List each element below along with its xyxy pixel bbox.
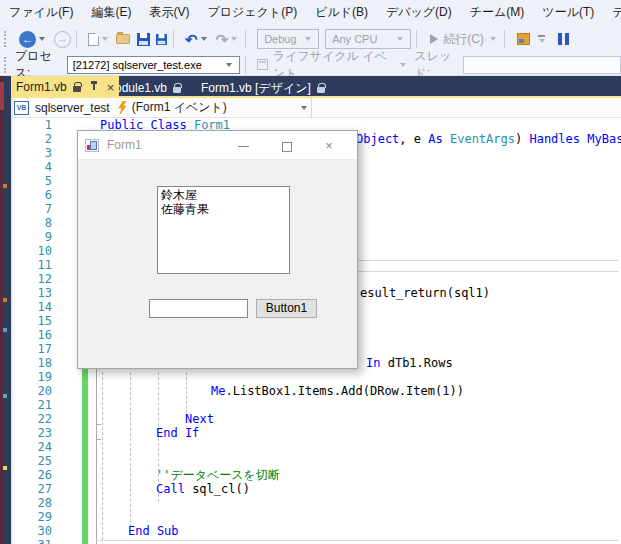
line-number: 10 — [13, 244, 52, 258]
listbox-item[interactable]: 鈴木屋 — [161, 188, 286, 202]
open-file-icon[interactable] — [116, 34, 130, 44]
code-line[interactable]: End If — [156, 426, 199, 440]
indent-guide — [102, 372, 103, 540]
button1[interactable]: Button1 — [256, 299, 317, 318]
code-line[interactable]: End Sub — [128, 524, 179, 538]
thread-select[interactable] — [463, 56, 621, 74]
toolbar-grip[interactable] — [4, 57, 8, 73]
close-icon[interactable]: × — [107, 81, 115, 94]
save-all-icon[interactable] — [156, 33, 167, 44]
visual-studio-window: { "menu": { "items": ["ファイル(F)", "編集(E)"… — [0, 0, 621, 544]
toolbar-separator — [173, 30, 174, 48]
lock-icon — [73, 86, 81, 92]
redo-dropdown[interactable] — [231, 37, 237, 41]
file-search-icon[interactable] — [517, 33, 530, 45]
navigate-forward-button[interactable]: → — [54, 31, 71, 48]
line-number: 14 — [13, 300, 52, 314]
pin-icon[interactable] — [93, 84, 95, 90]
undo-icon[interactable]: ↶ — [185, 32, 198, 47]
menu-item[interactable]: ファイル(F) — [0, 0, 82, 24]
tab-label: Form1.vb — [16, 80, 67, 94]
line-number: 12 — [13, 272, 52, 286]
edge-speck — [3, 184, 7, 188]
scope-select[interactable]: sqlserver_test — [35, 101, 110, 115]
menu-item[interactable]: 編集(E) — [82, 0, 140, 24]
line-number: 29 — [13, 510, 52, 524]
platform-select[interactable]: Any CPU — [325, 29, 411, 49]
line-number: 6 — [13, 188, 52, 202]
undo-dropdown[interactable] — [201, 37, 207, 41]
line-number: 19 — [13, 370, 52, 384]
line-number: 16 — [13, 328, 52, 342]
edge-strip-marker — [0, 82, 4, 110]
line-number: 30 — [13, 524, 52, 538]
chevron-down-icon — [539, 39, 545, 43]
redo-icon[interactable]: ↷ — [216, 32, 229, 47]
edge-strip-band — [0, 76, 3, 544]
procedure-separator — [357, 271, 618, 272]
save-icon[interactable] — [137, 33, 150, 46]
maximize-button[interactable] — [267, 131, 307, 160]
indent-guide — [130, 372, 131, 527]
textbox1[interactable] — [149, 299, 248, 318]
navigate-back-dropdown[interactable] — [39, 37, 45, 41]
toolbar-separator — [504, 30, 505, 48]
line-number: 8 — [13, 216, 52, 230]
continue-dropdown[interactable] — [490, 37, 496, 41]
toolbar-separator — [76, 30, 77, 48]
toolbar-grip[interactable] — [4, 31, 8, 47]
document-tab-well: Form1.vb × Module1.vb Form1.vb [デザイン] — [0, 76, 621, 98]
menu-item[interactable]: 表示(V) — [140, 0, 198, 24]
process-select[interactable]: [21272] sqlserver_test.exe — [67, 56, 240, 74]
continue-play-icon[interactable] — [430, 34, 438, 44]
line-number: 11 — [13, 258, 52, 272]
line-number: 3 — [13, 146, 52, 160]
code-line[interactable]: ''データベースを切断 — [156, 468, 280, 482]
code-line[interactable]: Me.ListBox1.Items.Add(DRow.Item(1)) — [211, 384, 464, 398]
tab-label: Form1.vb [デザイン] — [201, 80, 311, 97]
minimize-button[interactable] — [223, 131, 263, 160]
tab-form1-vb[interactable]: Form1.vb × — [11, 76, 119, 98]
solution-config-select[interactable]: Debug — [257, 29, 319, 49]
line-number: 22 — [13, 412, 52, 426]
lifecycle-events-icon — [257, 59, 268, 70]
code-line[interactable]: esult_return(sql1) — [360, 286, 490, 300]
menu-item[interactable]: ビルド(B) — [306, 0, 377, 24]
menu-item[interactable]: ツール(T) — [533, 0, 603, 24]
continue-button[interactable]: 続行(C) — [443, 31, 484, 48]
break-all-button[interactable] — [558, 33, 572, 45]
navigate-back-button[interactable]: ← — [19, 31, 36, 48]
window-edge-strip — [0, 76, 11, 544]
event-select[interactable]: (Form1 イベント) — [132, 99, 227, 116]
debug-location-toolbar: プロセス: [21272] sqlserver_test.exe ライフサイクル… — [0, 54, 621, 76]
navbar-divider — [311, 98, 312, 118]
code-line[interactable]: Object, e As EventArgs) Handles MyBase — [356, 132, 621, 146]
listbox1[interactable]: 鈴木屋佐藤青果 — [157, 186, 290, 274]
new-file-icon[interactable] — [88, 33, 99, 46]
line-number: 24 — [13, 440, 52, 454]
menu-item[interactable]: チーム(M) — [461, 0, 534, 24]
line-number: 20 — [13, 384, 52, 398]
line-number: 23 — [13, 426, 52, 440]
menu-item[interactable]: プロジェクト(P) — [198, 0, 306, 24]
chevron-down-icon — [397, 37, 403, 41]
chevron-down-icon — [305, 37, 311, 41]
listbox-item[interactable]: 佐藤青果 — [161, 202, 286, 216]
tab-form1-vb-design[interactable]: Form1.vb [デザイン] — [196, 78, 334, 98]
code-line[interactable]: Next — [185, 412, 214, 426]
line-number: 26 — [13, 468, 52, 482]
chevron-down-icon[interactable] — [301, 106, 307, 110]
procedure-separator — [357, 260, 618, 261]
form1-window[interactable]: Form1 × 鈴木屋佐藤青果 Button1 — [77, 130, 358, 369]
winforms-app-icon — [85, 139, 99, 152]
lifecycle-events-dropdown[interactable] — [400, 63, 406, 67]
close-button[interactable]: × — [309, 131, 349, 160]
process-value: [21272] sqlserver_test.exe — [73, 59, 202, 71]
new-file-dropdown[interactable] — [102, 37, 108, 41]
menu-item[interactable]: デバッグ(D) — [377, 0, 461, 24]
toolbar-overflow-button[interactable] — [536, 35, 548, 43]
menu-item[interactable]: テスト(S) — [603, 0, 621, 24]
code-line[interactable]: Call sql_cl() — [156, 482, 250, 496]
form1-title-bar[interactable]: Form1 × — [78, 131, 357, 160]
code-line[interactable]: In dTb1.Rows — [366, 356, 453, 370]
